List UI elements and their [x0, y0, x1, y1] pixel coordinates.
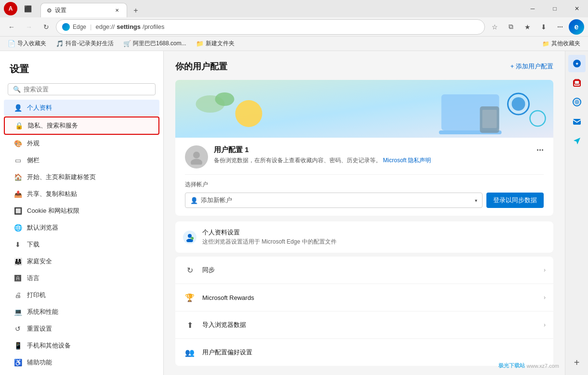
bookmark-import-label: 导入收藏夹 — [17, 39, 46, 48]
bookmark-import[interactable]: 📄 导入收藏夹 — [4, 39, 50, 49]
profile-card: 用户配置 1 备份浏览数据，在所有设备上查看收藏内容、密码、历史记录等。 Mic… — [175, 80, 553, 216]
nav-item-accessibility[interactable]: ♿ 辅助功能 — [4, 354, 159, 371]
copilot-button[interactable]: ✦ — [568, 55, 586, 72]
account-select-text: 添加新帐户 — [201, 196, 472, 205]
profile-settings-section: ✓ 个人资料设置 这些浏览器设置适用于 Microsoft Edge 中的配置文… — [175, 221, 553, 253]
svg-point-7 — [512, 97, 525, 111]
nav-item-family[interactable]: 👨‍👩‍👧 家庭安全 — [4, 253, 159, 270]
nav-item-printer[interactable]: 🖨 打印机 — [4, 287, 159, 303]
nav-profile-icon: 👤 — [13, 103, 22, 112]
forward-button[interactable]: → — [21, 19, 37, 35]
nav-printer-icon: 🖨 — [13, 291, 22, 299]
edge-logo[interactable]: e — [569, 19, 584, 35]
new-tab-button[interactable]: + — [129, 4, 143, 17]
back-button[interactable]: ← — [4, 19, 19, 35]
collections-button[interactable] — [568, 74, 586, 91]
nav-appearance-icon: 🎨 — [13, 139, 22, 148]
add-profile-button[interactable]: + 添加用户配置 — [510, 62, 553, 71]
svg-point-1 — [235, 100, 262, 127]
bookmark-folder-icon: 📁 — [196, 40, 204, 47]
bookmark-alibaba-icon: 🛒 — [123, 40, 131, 47]
close-button[interactable]: ✕ — [566, 0, 588, 17]
bookmark-folder[interactable]: 📁 新建文件夹 — [192, 39, 238, 49]
nav-item-language[interactable]: 🅰 语言 — [4, 270, 159, 286]
sync-button[interactable]: 登录以同步数据 — [486, 193, 544, 208]
nav-item-appearance[interactable]: 🎨 外观 — [4, 135, 159, 152]
nav-item-sidebar[interactable]: ▭ 侧栏 — [4, 152, 159, 168]
account-row: 👤 添加新帐户 ▾ 登录以同步数据 — [185, 193, 544, 208]
more-button[interactable]: ··· — [552, 19, 568, 35]
nav-privacy-label: 隐私、搜索和服务 — [28, 121, 78, 130]
search-box[interactable]: 🔍 — [8, 83, 156, 95]
send-button[interactable] — [568, 132, 586, 149]
nav-cookies-label: Cookie 和网站权限 — [27, 207, 79, 215]
address-bar[interactable]: Edge | edge://settings/profiles — [56, 19, 485, 35]
main-area: 设置 🔍 👤 个人资料 🔒 隐私、搜索和服务 🎨 外观 ▭ 侧栏 — [0, 51, 588, 375]
preferences-item[interactable]: 👥 用户配置偏好设置 — [175, 339, 553, 366]
minimize-button[interactable]: ─ — [522, 0, 544, 17]
nav-privacy-icon: 🔒 — [14, 121, 23, 130]
split-screen-button[interactable]: ⧉ — [503, 19, 519, 35]
content-header: 你的用户配置 + 添加用户配置 — [175, 61, 553, 72]
favorites-button[interactable]: ☆ — [487, 19, 502, 35]
profile-more-button[interactable]: ··· — [536, 145, 544, 155]
profile-settings-sublabel: 这些浏览器设置适用于 Microsoft Edge 中的配置文件 — [202, 238, 337, 246]
content-title: 你的用户配置 — [175, 61, 227, 72]
maximize-button[interactable]: □ — [544, 0, 566, 17]
svg-point-22 — [575, 100, 579, 104]
edge-sidebar-button[interactable] — [568, 93, 586, 111]
bookmark-alibaba[interactable]: 🛒 阿里巴巴1688.com... — [119, 39, 190, 49]
address-protocol: edge:// — [95, 23, 115, 30]
address-bold-part: settings — [117, 23, 141, 30]
banner-svg — [175, 80, 553, 138]
svg-text:✓: ✓ — [191, 237, 193, 240]
nav-item-privacy[interactable]: 🔒 隐私、搜索和服务 — [4, 116, 159, 135]
profile-name: 用户配置 1 — [214, 145, 531, 155]
bookmark-douyin[interactable]: 🎵 抖音-记录美好生活 — [52, 39, 118, 49]
account-select[interactable]: 👤 添加新帐户 ▾ — [185, 193, 483, 208]
nav-item-about[interactable]: ℹ 关于 Microsoft Edge — [4, 371, 159, 375]
profile-link[interactable]: Microsoft 隐私声明 — [383, 157, 431, 164]
bookmark-more-label: 其他收藏夹 — [551, 39, 580, 48]
refresh-button[interactable]: ↻ — [39, 19, 54, 35]
import-icon: ⬆ — [187, 321, 193, 330]
profile-settings-item[interactable]: ✓ 个人资料设置 这些浏览器设置适用于 Microsoft Edge 中的配置文… — [175, 221, 553, 253]
nav-family-icon: 👨‍👩‍👧 — [13, 257, 22, 266]
nav-item-browser[interactable]: 🌐 默认浏览器 — [4, 220, 159, 236]
tab-close-btn[interactable]: ✕ — [113, 7, 121, 14]
nav-item-profile[interactable]: 👤 个人资料 — [4, 100, 159, 116]
nav-item-start[interactable]: 🏠 开始、主页和新建标签页 — [4, 169, 159, 185]
search-input[interactable] — [24, 86, 150, 93]
bookmark-douyin-label: 抖音-记录美好生活 — [65, 39, 114, 48]
outlook-button[interactable] — [568, 113, 586, 130]
nav-item-download[interactable]: ⬇ 下载 — [4, 236, 159, 253]
sync-item[interactable]: ↻ 同步 › — [175, 257, 553, 284]
tab-title: 设置 — [55, 6, 66, 14]
profile-desc: 备份浏览数据，在所有设备上查看收藏内容、密码、历史记录等。 Microsoft … — [214, 156, 531, 165]
nav-item-system[interactable]: 💻 系统和性能 — [4, 304, 159, 320]
downloads-button[interactable]: ⬇ — [536, 19, 551, 35]
profile-icon[interactable]: A — [4, 2, 17, 15]
import-item[interactable]: ⬆ 导入浏览器数据 › — [175, 311, 553, 339]
nav-list: 👤 个人资料 🔒 隐私、搜索和服务 🎨 外观 ▭ 侧栏 🏠 开始、主页和新建标签… — [0, 99, 163, 375]
settings-tab[interactable]: ⚙ 设置 ✕ — [40, 3, 127, 17]
rewards-icon: 🏆 — [185, 293, 195, 302]
add-sidebar-item-button[interactable]: + — [568, 354, 586, 371]
rewards-item[interactable]: 🏆 Microsoft Rewards › — [175, 284, 553, 311]
nav-item-cookies[interactable]: 🔲 Cookie 和网站权限 — [4, 203, 159, 219]
nav-item-phone[interactable]: 📱 手机和其他设备 — [4, 337, 159, 354]
nav-language-label: 语言 — [27, 274, 39, 283]
tab-strip-btn[interactable]: ⬛ — [21, 2, 35, 15]
settings-sidebar: 设置 🔍 👤 个人资料 🔒 隐私、搜索和服务 🎨 外观 ▭ 侧栏 — [0, 51, 164, 375]
account-label: 选择帐户 — [185, 181, 544, 189]
bookmark-more[interactable]: 📁 其他收藏夹 — [538, 39, 584, 49]
address-text: Edge | edge://settings/profiles — [73, 23, 165, 30]
favorites-list-button[interactable]: ★ — [520, 19, 535, 35]
watermark: 极光下载站 www.xz7.com — [498, 362, 559, 369]
nav-item-share[interactable]: 📤 共享、复制和粘贴 — [4, 186, 159, 202]
profile-info: 用户配置 1 备份浏览数据，在所有设备上查看收藏内容、密码、历史记录等。 Mic… — [175, 138, 553, 216]
address-edge-label: Edge — [73, 24, 86, 30]
copilot-icon: ✦ — [572, 59, 582, 68]
sync-chevron-icon: › — [544, 267, 546, 273]
nav-item-reset[interactable]: ↺ 重置设置 — [4, 321, 159, 337]
